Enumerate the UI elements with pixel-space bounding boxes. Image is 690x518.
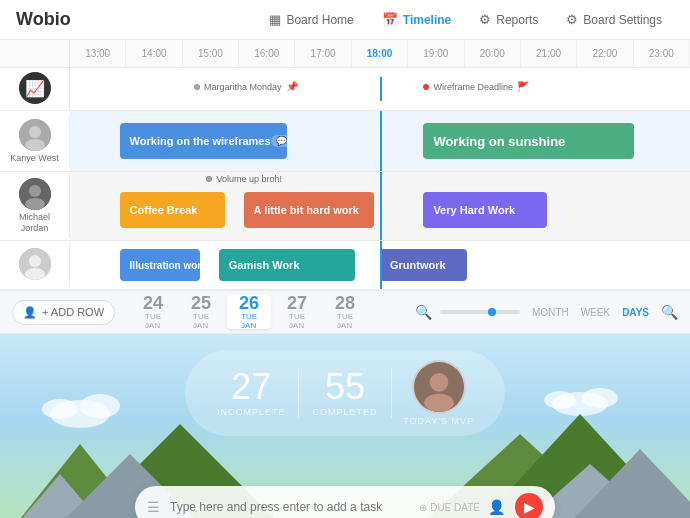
task-gruntwork[interactable]: Gruntwork: [380, 249, 467, 281]
task-hardwork[interactable]: A little bit hard work: [244, 192, 374, 228]
svg-point-14: [544, 391, 576, 409]
add-row-button[interactable]: 👤 + ADD ROW: [12, 300, 115, 325]
volume-dot: [206, 176, 212, 182]
add-icon: 👤: [23, 306, 37, 319]
mvp-label: TODAY'S MVP: [403, 416, 474, 426]
logo-user-info: 📈: [0, 68, 70, 110]
logo-avatar: 📈: [19, 72, 51, 104]
timeline-icon: 📅: [382, 12, 398, 27]
task-coffee-label: Coffee Break: [130, 204, 198, 216]
timeline-area: 13:0014:0015:0016:0017:0018:0019:0020:00…: [0, 40, 690, 290]
completed-label: COMPLETED: [313, 407, 378, 417]
nav-items: ▦ Board Home 📅 Timeline ⚙ Reports ⚙ Boar…: [257, 7, 674, 32]
milestone-dot-1: [194, 84, 200, 90]
zoom-slider[interactable]: [440, 310, 520, 314]
task-vhardwork[interactable]: Very Hard Work: [423, 192, 547, 228]
top-nav: Wobio ▦ Board Home 📅 Timeline ⚙ Reports …: [0, 0, 690, 40]
nav-board-home[interactable]: ▦ Board Home: [257, 7, 365, 32]
milestone-label-2: Wireframe Deadline: [433, 82, 513, 92]
view-option-days[interactable]: DAYS: [618, 305, 653, 320]
nav-board-settings-label: Board Settings: [583, 13, 662, 27]
slider-thumb: [488, 308, 496, 316]
michael-name: Michael Jordan: [4, 212, 65, 234]
person-icon[interactable]: 👤: [488, 499, 505, 515]
date-day: 25: [191, 294, 211, 312]
date-day: 27: [287, 294, 307, 312]
nav-reports-label: Reports: [496, 13, 538, 27]
date-label: TUEJAN: [145, 312, 161, 330]
nav-reports[interactable]: ⚙ Reports: [467, 7, 550, 32]
time-slot: 21:00: [521, 40, 577, 67]
time-slot: 18:00: [352, 40, 408, 67]
task-text-input[interactable]: [170, 500, 419, 514]
task-illustration[interactable]: Illustration work: [120, 249, 201, 281]
third-row-content: Illustration work Gamish Work Gruntwork: [70, 241, 690, 289]
task-input-bar: ☰ ⊕ DUE DATE 👤 ▶: [135, 486, 555, 518]
date-nav: 👤 + ADD ROW 24 TUEJAN 25 TUEJAN 26 TUEJA…: [0, 290, 690, 334]
michael-user-info: Michael Jordan: [0, 174, 70, 238]
date-label: TUEJAN: [193, 312, 209, 330]
stat-incomplete: 27 INCOMPLETE: [215, 369, 288, 417]
svg-point-8: [25, 268, 45, 280]
current-time-line-kanye: [380, 111, 382, 171]
search-icon-right[interactable]: 🔍: [661, 304, 678, 320]
submit-button[interactable]: ▶: [515, 493, 543, 518]
nav-timeline[interactable]: 📅 Timeline: [370, 7, 463, 32]
task-gamish[interactable]: Gamish Work: [219, 249, 355, 281]
milestone-wireframe: Wireframe Deadline 🚩: [423, 81, 529, 92]
comment-badge: 💬 6: [271, 135, 287, 147]
stats-card: 27 INCOMPLETE 55 COMPLETED TODAY'S MVP: [185, 350, 505, 436]
date-item-28[interactable]: 28 TUEJAN: [323, 295, 367, 329]
third-user-info: [0, 244, 70, 286]
date-label: TUEJAN: [289, 312, 305, 330]
milestone-margaritha: Margaritha Monday 📌: [194, 81, 298, 92]
svg-point-5: [25, 198, 45, 210]
svg-point-13: [582, 388, 618, 408]
task-coffee[interactable]: Coffee Break: [120, 192, 225, 228]
date-items: 24 TUEJAN 25 TUEJAN 26 TUEJAN 27 TUEJAN …: [131, 295, 367, 329]
stat-completed: 55 COMPLETED: [309, 369, 382, 417]
task-sunshine[interactable]: Working on sunshine: [423, 123, 634, 159]
due-date-label[interactable]: ⊕ DUE DATE: [419, 502, 480, 513]
svg-point-1: [29, 126, 41, 138]
current-time-line-third: [380, 241, 382, 289]
kanye-user-info: Kanye West: [0, 115, 70, 168]
reports-icon: ⚙: [479, 12, 491, 27]
task-wireframes[interactable]: Working on the wireframes 💬 6 4: [120, 123, 287, 159]
nav-board-settings[interactable]: ⚙ Board Settings: [554, 7, 674, 32]
date-day: 28: [335, 294, 355, 312]
date-item-25[interactable]: 25 TUEJAN: [179, 295, 223, 329]
flag-icon: 🚩: [517, 81, 529, 92]
view-option-month[interactable]: MONTH: [528, 305, 573, 320]
kanye-row: Kanye West Working on the wireframes 💬 6…: [0, 111, 690, 172]
time-slot: 19:00: [408, 40, 464, 67]
pin-icon: 📌: [286, 81, 298, 92]
view-options: MONTHWEEKDAYS: [528, 305, 653, 320]
time-slot: 22:00: [577, 40, 633, 67]
completed-value: 55: [325, 369, 365, 405]
search-icon-left[interactable]: 🔍: [415, 304, 432, 320]
svg-point-10: [80, 394, 120, 418]
input-icons: 👤 ▶: [488, 493, 543, 518]
current-time-line-michael: [380, 172, 382, 240]
milestone-row-content: Margaritha Monday 📌 Wireframe Deadline 🚩: [70, 77, 690, 101]
time-slot: 16:00: [239, 40, 295, 67]
time-header: 13:0014:0015:0016:0017:0018:0019:0020:00…: [0, 40, 690, 68]
task-illustration-label: Illustration work: [130, 260, 201, 271]
date-label: TUEJAN: [337, 312, 353, 330]
date-day: 26: [239, 294, 259, 312]
view-option-week[interactable]: WEEK: [577, 305, 614, 320]
nav-board-home-label: Board Home: [286, 13, 353, 27]
search-wrap: 🔍 MONTHWEEKDAYS 🔍: [415, 304, 678, 320]
svg-point-25: [429, 373, 448, 392]
milestone-volume: Volume up broh!: [206, 174, 282, 184]
nav-timeline-label: Timeline: [403, 13, 451, 27]
date-item-24[interactable]: 24 TUEJAN: [131, 295, 175, 329]
date-item-26[interactable]: 26 TUEJAN: [227, 295, 271, 329]
svg-point-26: [424, 393, 454, 412]
incomplete-value: 27: [231, 369, 271, 405]
michael-row: Michael Jordan Volume up broh! Coffee Br…: [0, 172, 690, 241]
app-logo: Wobio: [16, 9, 71, 30]
date-item-27[interactable]: 27 TUEJAN: [275, 295, 319, 329]
hamburger-icon[interactable]: ☰: [147, 499, 160, 515]
